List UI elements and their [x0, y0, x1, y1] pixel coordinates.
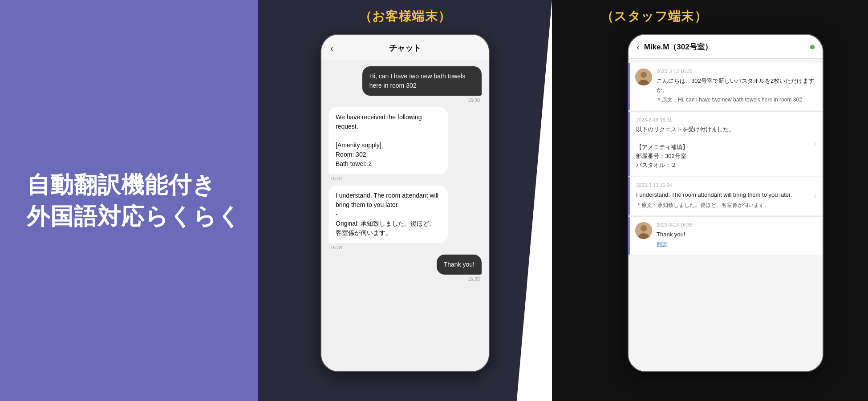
avatar-2: [635, 222, 652, 239]
staff-msg-text-2: 以下のリクエストを受け付けました。 【アメニティ補填】 部屋番号：302号室 バ…: [636, 125, 809, 170]
staff-timestamp-3: 2023-3-13 16:34: [636, 182, 809, 188]
msg-time-2: 16:31: [330, 176, 343, 181]
customer-section: （お客様端末） ‹ チャット Hi, can I have two new ba…: [258, 0, 552, 401]
translate-link[interactable]: 翻訳: [657, 241, 815, 248]
msg-row-4: Thank you! 16:35: [329, 255, 482, 282]
staff-chat-item-1: 2023-3-13 16:30 こんにちは、302号室で新しいバスタオルを2枚い…: [629, 63, 823, 110]
staff-timestamp-4: 2023-3-13 16:35: [657, 222, 815, 227]
left-panel: 自動翻訳機能付き 外国語対応らくらく: [0, 0, 258, 401]
staff-section: （スタッフ端末） ‹ Mike.M（302号室） 2023-3-13 16:30: [552, 0, 868, 401]
customer-label: （お客様端末）: [359, 8, 451, 25]
msg-time-3: 16:34: [330, 245, 343, 250]
staff-timestamp-2: 2023-3-13 16:31: [636, 117, 809, 122]
customer-chat-title: チャット: [389, 43, 421, 53]
staff-chat-item-2: › 2023-3-13 16:31 以下のリクエストを受け付けました。 【アメニ…: [629, 112, 823, 176]
staff-msg-text-3: I understand. The room attendant will br…: [636, 190, 809, 199]
staff-chat-body[interactable]: 2023-3-13 16:30 こんにちは、302号室で新しいバスタオルを2枚い…: [629, 59, 823, 371]
hero-line1: 自動翻訳機能付き: [27, 169, 241, 200]
msg-bubble-4: Thank you!: [437, 255, 482, 275]
customer-phone: ‹ チャット Hi, can I have two new bath towel…: [320, 34, 490, 372]
msg-time-4: 16:35: [467, 276, 480, 282]
staff-msg-text-4: Thank you!: [657, 230, 815, 239]
avatar-1: [635, 69, 652, 85]
staff-label: （スタッフ端末）: [574, 8, 707, 25]
hero-text: 自動翻訳機能付き 外国語対応らくらく: [27, 169, 241, 231]
msg-time-1: 16:30: [467, 97, 480, 103]
customer-phone-header: ‹ チャット: [321, 35, 489, 60]
svg-point-1: [641, 72, 647, 78]
staff-msg-original-1: ＊原文：Hi, can I have two new bath towels h…: [657, 96, 815, 104]
msg-row-2: We have received the following request. …: [329, 107, 482, 181]
staff-msg-text-1: こんにちは、302号室で新しいバスタオルを2枚いただけますか。: [657, 77, 815, 94]
hero-line2: 外国語対応らくらく: [27, 201, 241, 232]
staff-timestamp-1: 2023-3-13 16:30: [657, 69, 815, 74]
msg-row-1: Hi, can I have two new bath towels here …: [329, 66, 482, 103]
customer-chat-body[interactable]: Hi, can I have two new bath towels here …: [321, 60, 489, 371]
staff-contact-name: Mike.M（302号室）: [644, 42, 806, 52]
chevron-icon-2: ›: [814, 140, 816, 148]
staff-msg-original-3: ＊原文：承知致しました。後ほど、客室係が伺います。: [636, 202, 809, 209]
staff-chat-item-4: 2023-3-13 16:35 Thank you! 翻訳: [629, 217, 823, 255]
msg-row-3: I understand. The room attendant will br…: [329, 186, 482, 250]
chevron-icon-3: ›: [814, 192, 816, 200]
customer-back-arrow[interactable]: ‹: [330, 43, 333, 53]
staff-back-arrow[interactable]: ‹: [637, 42, 640, 52]
staff-chat-item-3: › 2023-3-13 16:34 I understand. The room…: [629, 177, 823, 215]
staff-phone: ‹ Mike.M（302号室） 2023-3-13 16:30 こんにちは、30…: [628, 34, 823, 372]
msg-bubble-1: Hi, can I have two new bath towels here …: [362, 66, 482, 96]
staff-phone-header: ‹ Mike.M（302号室）: [629, 35, 823, 59]
msg-bubble-3: I understand. The room attendant will br…: [329, 186, 448, 243]
svg-point-4: [641, 225, 647, 231]
online-indicator: [810, 45, 815, 49]
msg-bubble-2: We have received the following request. …: [329, 107, 448, 174]
